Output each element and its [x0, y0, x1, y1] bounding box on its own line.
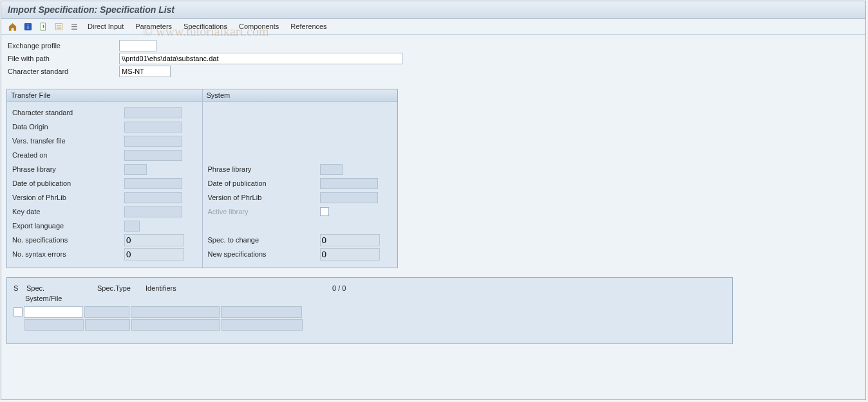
tf-no-syntax-label: No. syntax errors — [12, 250, 122, 258]
tf-key-date-value — [124, 206, 182, 217]
tf-vers-transfer-value — [124, 136, 182, 147]
tf-no-syntax-value — [124, 248, 184, 260]
tf-export-lang-label: Export language — [12, 222, 122, 230]
list-header-row: S Spec. Spec.Type Identifiers 0 / 0 — [14, 284, 726, 292]
tf-export-lang-value — [124, 221, 140, 232]
character-standard-label: Character standard — [6, 68, 119, 75]
sys-active-lib-checkbox[interactable] — [320, 207, 329, 216]
tf-date-pub-value — [124, 178, 182, 189]
tf-vers-transfer-label: Vers. transfer file — [12, 137, 122, 145]
panels: Transfer File Character standard Data Or… — [6, 89, 398, 268]
tf-char-std-value — [124, 107, 182, 118]
row-spec-type-cell — [84, 306, 129, 318]
page-title: Import Specification: Specification List — [1, 1, 865, 19]
sys-date-pub-label: Date of publication — [208, 179, 317, 187]
sys-spec-change-value — [320, 234, 380, 246]
file-with-path-input[interactable] — [119, 53, 402, 64]
row2-cell-4 — [222, 319, 303, 331]
svg-text:i: i — [27, 23, 28, 30]
top-fields: Exchange profile File with path Characte… — [6, 40, 860, 77]
transfer-file-panel: Transfer File Character standard Data Or… — [7, 89, 202, 268]
list-row-2 — [14, 319, 726, 331]
col-spec-type: Spec.Type — [97, 284, 139, 292]
direct-input-button[interactable]: Direct Input — [84, 21, 127, 32]
tf-data-origin-value — [124, 122, 182, 132]
info-icon[interactable]: i — [22, 21, 33, 32]
tf-created-on-label: Created on — [12, 151, 122, 159]
tf-data-origin-label: Data Origin — [12, 123, 122, 131]
sys-spec-change-label: Spec. to change — [208, 236, 317, 244]
system-header: System — [203, 89, 398, 102]
exchange-profile-label: Exchange profile — [6, 42, 119, 50]
row-checkbox[interactable] — [14, 307, 23, 316]
references-button[interactable]: References — [287, 21, 330, 32]
row-spec-cell[interactable] — [24, 306, 83, 318]
tf-created-on-value — [124, 150, 182, 161]
tf-char-std-label: Character standard — [12, 109, 122, 116]
components-button[interactable]: Components — [235, 21, 283, 32]
tf-key-date-label: Key date — [12, 208, 122, 215]
sys-date-pub-value — [320, 178, 378, 189]
col-spec: Spec. — [26, 284, 91, 292]
list-row-1 — [14, 306, 726, 318]
character-standard-input[interactable] — [119, 66, 171, 77]
tf-version-phrlib-label: Version of PhrLib — [12, 194, 122, 201]
row-ident-cell-1 — [131, 306, 220, 318]
row2-cell-2 — [85, 319, 130, 331]
transfer-file-header: Transfer File — [7, 89, 202, 102]
sys-phrase-lib-label: Phrase library — [208, 165, 317, 173]
toolbar: i Direct Input Parameters Specifications… — [1, 19, 865, 35]
sys-version-phrlib-label: Version of PhrLib — [208, 194, 317, 201]
sys-active-lib-label: Active library — [208, 208, 317, 215]
row2-cell-1 — [24, 319, 84, 331]
sys-new-spec-value — [320, 248, 380, 260]
list-counter: 0 / 0 — [332, 284, 346, 292]
system-panel: System Phrase library Date of publicatio… — [202, 89, 398, 268]
home-icon[interactable] — [6, 21, 18, 32]
list-area: S Spec. Spec.Type Identifiers 0 / 0 Syst… — [6, 277, 733, 344]
sys-new-spec-label: New specifications — [208, 250, 317, 258]
sys-phrase-lib-value — [320, 164, 343, 175]
col-s: S — [14, 284, 20, 292]
tf-version-phrlib-value — [124, 192, 182, 203]
row-ident-cell-2 — [221, 306, 302, 318]
tf-no-spec-value — [124, 234, 184, 246]
exchange-profile-input[interactable] — [119, 40, 156, 51]
svg-rect-3 — [55, 23, 62, 30]
tf-phrase-lib-value — [124, 164, 147, 175]
col-system-file: System/File — [25, 295, 62, 302]
page-title-text: Import Specification: Specification List — [8, 5, 175, 15]
tf-phrase-lib-label: Phrase library — [12, 165, 122, 173]
specifications-button[interactable]: Specifications — [180, 21, 231, 32]
sys-version-phrlib-value — [320, 192, 378, 203]
list-icon[interactable] — [53, 21, 64, 32]
file-with-path-label: File with path — [6, 55, 119, 62]
col-identifiers: Identifiers — [146, 284, 326, 292]
tf-date-pub-label: Date of publication — [12, 179, 122, 187]
row2-cell-3 — [131, 319, 220, 331]
lines-icon[interactable] — [68, 21, 80, 32]
import-doc-icon[interactable] — [37, 21, 49, 32]
parameters-button[interactable]: Parameters — [131, 21, 176, 32]
tf-no-spec-label: No. specifications — [12, 236, 122, 244]
